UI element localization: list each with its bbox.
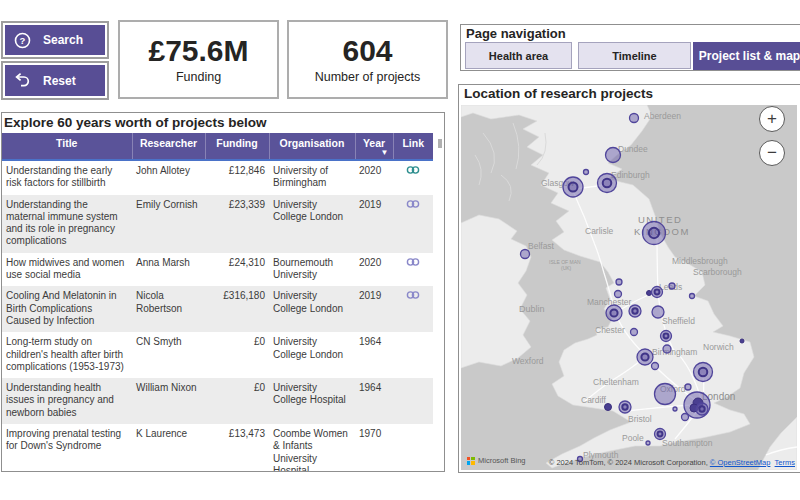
table-row[interactable]: Long-term study on children's health aft… [2,332,433,378]
openstreetmap-link[interactable]: © OpenStreetMap [710,458,771,467]
funding-label: Funding [176,70,221,84]
cell-researcher: CN Smyth [132,332,205,378]
table-row[interactable]: Understanding the maternal immune system… [2,195,433,253]
kpi-card-funding: £75.6M Funding [118,20,279,99]
cell-year: 2019 [355,195,393,253]
web-link-icon[interactable] [406,165,420,175]
map-canvas[interactable]: AberdeenDundeeGlasgowEdinburghCarlisleUN… [461,105,797,470]
search-button[interactable]: ? Search [5,25,105,55]
project-location-bubble[interactable] [615,291,622,298]
reset-button[interactable]: Reset [5,65,105,96]
column-header-year[interactable]: Year▼ [355,133,393,160]
project-location-bubble[interactable] [630,114,639,123]
project-location-bubble[interactable] [647,291,652,296]
cell-title: Improving prenatal testing for Down's Sy… [2,424,132,472]
cell-organisation: Coombe Women & Infants University Hospit… [269,424,355,472]
project-location-bubble[interactable] [655,384,676,405]
cell-researcher: Emily Cornish [132,195,205,253]
project-location-bubble[interactable] [603,179,612,188]
map-zoom-out-button[interactable]: − [759,140,785,166]
project-location-bubble[interactable] [521,250,530,259]
map-title: Location of research projects [464,86,653,101]
column-header-funding[interactable]: Funding▼ [205,133,269,160]
map-label-cardiff: Cardiff [581,395,607,405]
table-row[interactable]: Cooling And Melatonin in Birth Complicat… [2,286,433,332]
project-location-bubble[interactable] [664,334,669,339]
table-row[interactable]: Improving prenatal testing for Down's Sy… [2,424,433,472]
page-navigation-panel: Page navigation Health area Timeline Pro… [460,24,800,71]
project-location-bubble[interactable] [699,406,704,411]
cell-researcher: K Laurence [132,424,205,472]
nav-button-health-area[interactable]: Health area [465,42,572,69]
project-location-bubble[interactable] [631,329,638,336]
project-location-bubble[interactable] [652,363,659,370]
project-location-bubble[interactable] [663,345,671,353]
project-location-bubble[interactable] [605,404,612,411]
cell-organisation: University College Hospital [269,378,355,424]
project-location-bubble[interactable] [673,407,677,411]
cell-title: Understanding the maternal immune system… [2,195,132,253]
table-row[interactable]: How midwives and women use social mediaA… [2,253,433,287]
web-link-icon[interactable] [406,257,420,267]
cell-year: 1970 [355,424,393,472]
cell-title: Understanding health issues in pregnancy… [2,378,132,424]
cell-title: Long-term study on children's health aft… [2,332,132,378]
column-header-researcher[interactable]: Researcher▼ [132,133,205,160]
table-row[interactable]: Understanding the early risk factors for… [2,160,433,195]
cell-researcher: William Nixon [132,378,205,424]
project-location-bubble[interactable] [740,339,744,343]
undo-arrow-icon [14,72,31,89]
cell-funding: £23,339 [205,195,269,253]
nav-button-project-list-map[interactable]: Project list & map [693,42,800,70]
project-location-bubble[interactable] [646,441,650,445]
terms-link[interactable]: Terms [775,458,795,467]
cell-organisation: University College London [269,286,355,332]
project-location-bubble[interactable] [632,308,637,313]
cell-link [393,424,433,472]
column-header-link[interactable]: Link▼ [393,133,433,160]
column-header-title[interactable]: Title▼ [2,133,132,160]
cell-link [393,286,433,332]
project-location-bubble[interactable] [606,148,621,163]
project-location-bubble[interactable] [569,183,578,192]
cell-organisation: University College London [269,195,355,253]
project-location-bubble[interactable] [699,368,708,377]
cell-funding: £24,310 [205,253,269,287]
bing-logo: Microsoft Bing [466,456,526,465]
project-location-bubble[interactable] [685,384,691,390]
nav-button-timeline[interactable]: Timeline [578,42,691,69]
cell-title: How midwives and women use social media [2,253,132,287]
dashboard: ? Search Reset £75.6M Funding 604 Number… [0,0,800,500]
search-button-box: ? Search [1,21,109,59]
web-link-icon[interactable] [406,199,420,209]
projects-table-panel: Explore 60 years worth of projects below… [1,112,445,472]
project-location-bubble[interactable] [658,432,663,437]
map-label-carlisle: Carlisle [585,226,614,236]
reset-button-label: Reset [43,74,76,88]
cell-link [393,253,433,287]
table-row[interactable]: Understanding health issues in pregnancy… [2,378,433,424]
column-header-organisation[interactable]: Organisation▼ [269,133,355,160]
project-location-bubble[interactable] [669,283,675,289]
project-location-bubble[interactable] [610,309,617,316]
project-location-bubble[interactable] [649,228,659,238]
reset-button-box: Reset [1,61,109,100]
project-location-bubble[interactable] [622,404,627,409]
table-scrollbar[interactable] [438,139,442,148]
map-zoom-in-button[interactable]: + [759,106,785,132]
projects-value: 604 [342,35,392,67]
map-label-poole: Poole [622,433,644,443]
project-location-bubble[interactable] [616,279,622,285]
map-label-sheffield: Sheffield [662,316,695,326]
map-label-belfast: Belfast [528,241,555,251]
project-location-bubble[interactable] [584,170,589,175]
microsoft-logo-icon [466,456,475,465]
project-location-bubble[interactable] [690,294,695,299]
project-location-bubble[interactable] [682,414,689,421]
project-location-bubble[interactable] [641,353,648,360]
web-link-icon[interactable] [406,290,420,300]
project-location-bubble[interactable] [655,290,660,295]
map-panel: Location of research projects [458,84,800,473]
project-location-bubble[interactable] [652,306,664,318]
map-label-middlesbrough: Middlesbrough [672,256,728,266]
